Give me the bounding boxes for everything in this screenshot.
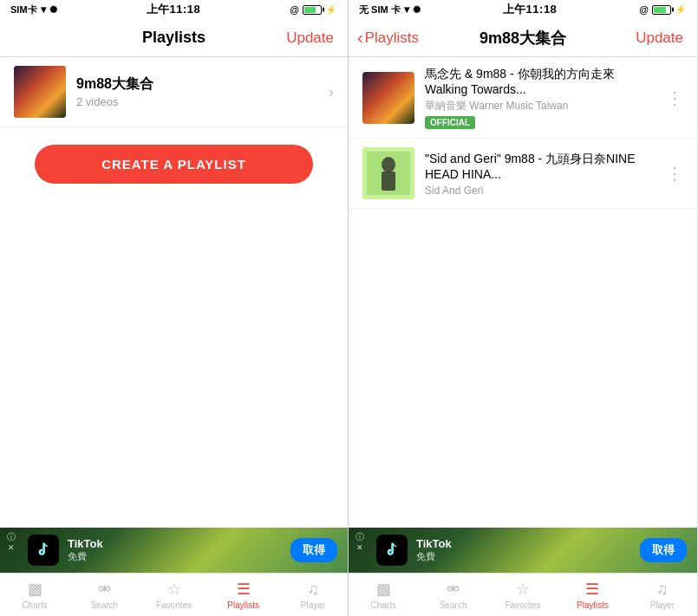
video-title-1: 馬念先 & 9m88 - 你朝我的方向走來 Walking Towards... xyxy=(425,66,656,97)
video-more-icon-2[interactable]: ⋮ xyxy=(666,163,683,184)
tab-charts-1[interactable]: ▩ Charts xyxy=(0,574,69,616)
tab-charts-2[interactable]: ▩ Charts xyxy=(349,574,418,616)
playlist-count-1: 2 videos xyxy=(76,95,329,108)
battery-icon-1 xyxy=(303,5,322,15)
video-info-1: 馬念先 & 9m88 - 你朝我的方向走來 Walking Towards...… xyxy=(425,66,656,129)
status-bar-1: SIM卡 ▾ ✺ 上午11:18 @ ⚡ xyxy=(0,0,348,19)
create-btn-wrapper: CREATE A PLAYLIST xyxy=(0,127,348,201)
video-item-2[interactable]: "Sid and Geri" 9m88 - 九頭身日奈NINE HEAD HIN… xyxy=(349,139,697,209)
charts-label-1: Charts xyxy=(22,600,47,610)
ad-text-1: TikTok 免費 xyxy=(68,537,282,563)
tab-playlists-2[interactable]: ☰ Playlists xyxy=(558,574,627,616)
playlist-chevron-1: › xyxy=(329,83,334,101)
favorites-label-2: Favorites xyxy=(505,600,540,610)
tab-bar-2: ▩ Charts ⚮ Search ☆ Favorites ☰ Playlist… xyxy=(349,573,697,616)
tab-favorites-2[interactable]: ☆ Favorites xyxy=(488,574,558,616)
ad-close-1[interactable]: ⓘ ✕ xyxy=(7,531,16,552)
playlists-icon-2: ☰ xyxy=(585,580,599,599)
ad-get-button-1[interactable]: 取得 xyxy=(290,538,337,562)
back-button-2[interactable]: ‹ Playlists xyxy=(357,29,419,48)
player-icon-1: ♫ xyxy=(307,580,319,599)
status-right-2: @ ⚡ xyxy=(639,4,687,16)
ad-banner-2: ⓘ ✕ TikTok 免費 取得 xyxy=(349,528,697,573)
status-time-2: 上午11:18 xyxy=(503,2,558,17)
tab-favorites-1[interactable]: ☆ Favorites xyxy=(139,574,208,616)
ad-text-2: TikTok 免費 xyxy=(416,537,631,563)
info-icon-2: ⓘ xyxy=(356,531,364,543)
playlist-name-1: 9m88大集合 xyxy=(76,75,329,94)
favorites-label-1: Favorites xyxy=(156,600,192,610)
search-label-2: Search xyxy=(440,600,467,610)
update-button-2[interactable]: Update xyxy=(636,29,683,47)
playlists-icon-1: ☰ xyxy=(237,580,251,599)
ad-app-name-2: TikTok xyxy=(416,537,631,550)
status-left-2: 无 SIM 卡 ▾ ✺ xyxy=(359,3,421,16)
wifi-icon-2: ▾ xyxy=(404,3,409,16)
nav-bar-1: Playlists Update xyxy=(0,19,348,57)
video-subtitle-1: 華納音樂 Warner Music Taiwan xyxy=(425,99,656,113)
close-icon-1[interactable]: ✕ xyxy=(8,543,15,552)
status-right-1: @ ⚡ xyxy=(290,4,337,16)
location-icon-2: @ xyxy=(639,4,649,15)
location-icon: @ xyxy=(290,4,299,15)
create-playlist-button[interactable]: CREATE A PLAYLIST xyxy=(35,145,313,184)
search-label-1: Search xyxy=(90,600,118,610)
nav-bar-2: ‹ Playlists 9m88大集合 Update xyxy=(349,19,697,57)
search-icon-1: ⚮ xyxy=(98,580,111,599)
tab-player-1[interactable]: ♫ Player xyxy=(278,574,348,616)
charts-icon-2: ▩ xyxy=(376,580,391,599)
signal-icon: ✺ xyxy=(49,4,57,16)
official-badge-1: OFFICIAL xyxy=(425,116,475,129)
ad-banner-1: ⓘ ✕ TikTok 免費 取得 xyxy=(0,528,348,573)
svg-rect-4 xyxy=(382,172,395,191)
ad-sub-2: 免費 xyxy=(416,550,631,563)
player-label-2: Player xyxy=(650,600,675,610)
svg-point-3 xyxy=(382,157,395,172)
video-info-2: "Sid and Geri" 9m88 - 九頭身日奈NINE HEAD HIN… xyxy=(425,151,656,196)
video-more-icon-1[interactable]: ⋮ xyxy=(666,88,683,108)
playlist-item-1[interactable]: 9m88大集合 2 videos › xyxy=(0,57,348,127)
back-label-2: Playlists xyxy=(365,29,419,47)
video-subtitle-2: Sid And Geri xyxy=(425,185,656,197)
favorites-icon-1: ☆ xyxy=(167,580,181,599)
close-icon-2[interactable]: ✕ xyxy=(356,543,363,552)
nav-title-1: Playlists xyxy=(142,29,205,47)
status-left-1: SIM卡 ▾ ✺ xyxy=(10,3,57,16)
favorites-icon-2: ☆ xyxy=(516,580,530,599)
tab-player-2[interactable]: ♫ Player xyxy=(628,574,697,616)
playlist-info-1: 9m88大集合 2 videos xyxy=(76,75,329,108)
charge-icon: ⚡ xyxy=(325,4,337,16)
update-button-1[interactable]: Update xyxy=(286,29,334,47)
phone-1: SIM卡 ▾ ✺ 上午11:18 @ ⚡ Playlists Update 9m… xyxy=(0,0,349,616)
playlists-label-1: Playlists xyxy=(227,600,259,610)
nav-title-2: 9m88大集合 xyxy=(479,28,566,49)
charts-label-2: Charts xyxy=(370,600,395,610)
ad-app-icon-2 xyxy=(376,535,408,566)
tab-search-2[interactable]: ⚮ Search xyxy=(418,574,487,616)
info-icon-1: ⓘ xyxy=(7,531,16,543)
battery-icon-2 xyxy=(652,5,671,15)
charts-icon-1: ▩ xyxy=(28,580,42,599)
tab-playlists-1[interactable]: ☰ Playlists xyxy=(209,574,278,616)
ad-app-name-1: TikTok xyxy=(68,537,282,550)
ad-app-icon-1 xyxy=(28,535,59,566)
back-chevron-icon: ‹ xyxy=(357,28,363,48)
signal-icon-2: ✺ xyxy=(413,4,421,16)
no-sim-label-2: 无 SIM 卡 xyxy=(359,3,401,16)
player-icon-2: ♫ xyxy=(656,580,669,599)
content-1: 9m88大集合 2 videos › CREATE A PLAYLIST xyxy=(0,57,348,528)
phone-2: 无 SIM 卡 ▾ ✺ 上午11:18 @ ⚡ ‹ Playlists 9m88… xyxy=(349,0,697,616)
status-time-1: 上午11:18 xyxy=(147,2,201,17)
playlists-label-2: Playlists xyxy=(577,600,609,610)
search-icon-2: ⚮ xyxy=(447,580,460,599)
video-item-1[interactable]: 馬念先 & 9m88 - 你朝我的方向走來 Walking Towards...… xyxy=(349,57,697,139)
ad-get-button-2[interactable]: 取得 xyxy=(640,538,687,562)
wifi-icon: ▾ xyxy=(41,3,46,16)
tab-search-1[interactable]: ⚮ Search xyxy=(69,574,139,616)
playlist-thumb-img-1 xyxy=(14,66,66,118)
ad-close-2[interactable]: ⓘ ✕ xyxy=(356,531,364,552)
video-thumb-2 xyxy=(362,147,414,199)
video-thumb-1 xyxy=(362,72,414,124)
video-title-2: "Sid and Geri" 9m88 - 九頭身日奈NINE HEAD HIN… xyxy=(425,151,656,182)
status-bar-2: 无 SIM 卡 ▾ ✺ 上午11:18 @ ⚡ xyxy=(349,0,697,19)
